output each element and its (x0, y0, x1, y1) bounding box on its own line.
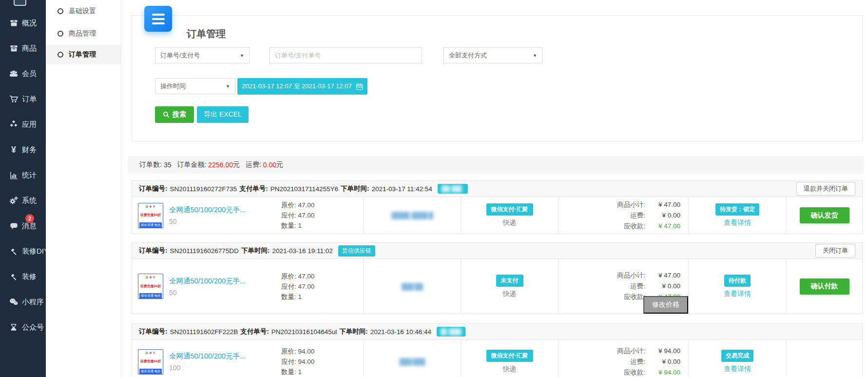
yen-icon: ¥ (9, 145, 19, 155)
buyer-name-redacted: ███ ██ (402, 283, 423, 290)
main-content: 订单管理 订单号/支付号 ▼ 全部支付方式 ▼ 操作时间 ▼ 2021-03-1… (121, 0, 868, 377)
payment-cell: 微信支付-汇聚 快递 (461, 340, 559, 377)
thumb-text: 移动 联通 电信 (139, 293, 162, 298)
payment-method-badge: 微信支付-汇聚 (486, 203, 533, 216)
submenu-item-order-management[interactable]: 订单管理 (46, 45, 121, 64)
chevron-down-icon: ▼ (533, 53, 537, 58)
sidebar-item-decorate-diy[interactable]: 装修DIY (0, 238, 46, 264)
order-body: ✿✚¥ 话费充值94折 移动 联通 电信 全网通50/100/200元手... … (132, 340, 863, 377)
search-icon (163, 111, 170, 118)
keyword-input[interactable] (270, 47, 422, 63)
view-detail-link[interactable]: 查看详情 (724, 290, 751, 298)
order-amount-value: 2256.00 (208, 161, 233, 169)
order-sn-label: 订单编号: (139, 184, 168, 193)
pay-method-select[interactable]: 全部支付方式 ▼ (444, 47, 542, 63)
menu-toggle-button[interactable] (144, 6, 172, 32)
sidebar-item-official-account[interactable]: 公众号 (0, 315, 46, 340)
modify-price-button[interactable]: 修改价格 (643, 296, 688, 314)
sidebar-label: 应用 (22, 120, 37, 129)
payment-cell: 未支付 快递 (461, 259, 559, 314)
chat-bubble-icon (9, 221, 19, 231)
confirm-payment-button[interactable]: 确认付款 (800, 278, 849, 295)
totals-cell: 商品小计:¥ 47.00 运费:¥ 0.00 应收款:¥ 47.00 (559, 197, 689, 234)
date-range-value: 2021-03-17 12:07 至 2021-03-17 12:07 (242, 82, 352, 91)
page-title: 订单管理 (187, 27, 226, 40)
delivery-type: 快递 (503, 218, 517, 227)
delivery-type: 快递 (503, 365, 517, 374)
search-type-select[interactable]: 订单号/支付号 ▼ (155, 47, 250, 63)
close-order-button[interactable]: 关闭订单 (815, 244, 855, 258)
confirm-ship-button[interactable]: 确认发货 (800, 207, 849, 223)
order-time-label: 下单时间: (341, 184, 369, 193)
submenu-item-basic-settings[interactable]: 基础设置 (46, 0, 121, 22)
action-cell (787, 340, 862, 377)
sidebar-item-products[interactable]: 商品 (0, 36, 46, 61)
sidebar-item-apps[interactable]: 应用 (0, 112, 46, 137)
sidebar-item-messages[interactable]: 消息 2 (0, 213, 46, 238)
view-detail-link[interactable]: 查看详情 (724, 218, 751, 227)
chevron-down-icon: ▼ (226, 84, 230, 89)
sidebar-item-miniprogram[interactable]: 小程序 (0, 289, 46, 315)
status-cell: 交易完成 查看详情 (689, 340, 787, 377)
users-icon (9, 69, 19, 79)
subtotal-value: ¥ 47.00 (645, 270, 680, 281)
time-type-select[interactable]: 操作时间 ▼ (155, 78, 235, 94)
price-block: 原价: 47.00 应付: 47.00 数量: 1 (281, 271, 314, 302)
sidebar-item-orders[interactable]: 订单 (0, 86, 46, 112)
product-spec: 100 (169, 364, 275, 372)
status-cell: 待付款 查看详情 (689, 259, 787, 314)
gears-icon (9, 196, 19, 205)
sidebar-label: 装修DIY (22, 247, 49, 256)
order-sn-value: SN201119160272F735 (170, 185, 237, 193)
sidebar-item-overview[interactable]: 概况 (0, 10, 46, 36)
product-spec: 50 (169, 289, 275, 297)
product-thumbnail[interactable]: ✿✚¥ 话费充值94折 移动 联通 电信 (138, 203, 163, 228)
radio-circle-icon (58, 52, 63, 58)
sidebar-item-system[interactable]: 系统 (0, 188, 46, 213)
product-cell: ✿✚¥ 话费充值94折 移动 联通 电信 全网通50/100/200元手... … (132, 340, 364, 377)
order-status-badge: 待发货：锁定 (715, 203, 759, 216)
sidebar-label: 公众号 (22, 323, 44, 332)
sidebar-item-members[interactable]: 会员 (0, 61, 46, 86)
action-cell: 确认付款 (787, 259, 862, 314)
order-card: 订单编号: SN2011191602FF222B 支付单号: PN2021031… (132, 323, 863, 377)
order-sn-label: 订单编号: (139, 327, 168, 336)
thumb-text: 话费充值94折 (140, 359, 161, 364)
product-name-link[interactable]: 全网通50/100/200元手... (169, 352, 275, 361)
export-excel-button[interactable]: 导出 EXCEL (197, 106, 249, 123)
gavel-icon (9, 272, 19, 281)
product-thumbnail[interactable]: ✿✚¥ 话费充值94折 移动 联通 电信 (138, 274, 163, 299)
export-button-label: 导出 EXCEL (204, 110, 242, 119)
product-spec: 50 (169, 218, 275, 225)
sidebar-item-decorate[interactable]: 装修 (0, 264, 46, 289)
search-button[interactable]: 搜索 (155, 106, 194, 123)
order-header: 订单编号: SN201119160272F735 支付单号: PN2021031… (132, 180, 863, 197)
sidebar-label: 统计 (22, 171, 37, 180)
supplier-badge: █▌███ (437, 327, 465, 337)
totals-cell: 商品小计:¥ 47.00 运费:¥ 0.00 应收款:¥ 47.00 修改价格 (559, 259, 689, 314)
date-range-button[interactable]: 2021-03-17 12:07 至 2021-03-17 12:07 (237, 78, 367, 95)
refund-close-order-button[interactable]: 退款并关闭订单 (796, 182, 855, 196)
view-detail-link[interactable]: 查看详情 (724, 365, 751, 374)
overview-box-icon (9, 18, 19, 28)
product-name-link[interactable]: 全网通50/100/200元手... (169, 205, 275, 215)
main-sidebar: 概况 商品 会员 订单 应用 ¥ 财务 统计 (0, 0, 46, 377)
buyer-cell: ███ ██ (364, 259, 461, 314)
sidebar-item-finance[interactable]: ¥ 财务 (0, 137, 46, 162)
supplier-name-redacted: █▌███ (441, 328, 462, 335)
product-name-link[interactable]: 全网通50/100/200元手... (169, 277, 275, 286)
unit-label: 元 (233, 160, 240, 169)
subtotal-value: ¥ 94.00 (645, 346, 680, 357)
product-thumbnail[interactable]: ✿✚¥ 话费充值94折 移动 联通 电信 (138, 349, 163, 375)
search-button-label: 搜索 (173, 110, 186, 119)
thumb-text: 话费充值94折 (140, 213, 161, 218)
radio-circle-icon (58, 8, 63, 14)
submenu-item-product-management[interactable]: 商品管理 (46, 22, 121, 45)
gavel-icon (9, 246, 19, 256)
price-block: 原价: 47.00 应付: 47.00 数量: 1 (281, 200, 314, 231)
sidebar-item-stats[interactable]: 统计 (0, 162, 46, 188)
message-count-badge: 2 (25, 214, 34, 223)
payment-cell: 微信支付-汇聚 快递 (461, 197, 559, 234)
hourglass-icon (9, 322, 19, 332)
thumb-text: 移动 联通 电信 (139, 369, 162, 374)
